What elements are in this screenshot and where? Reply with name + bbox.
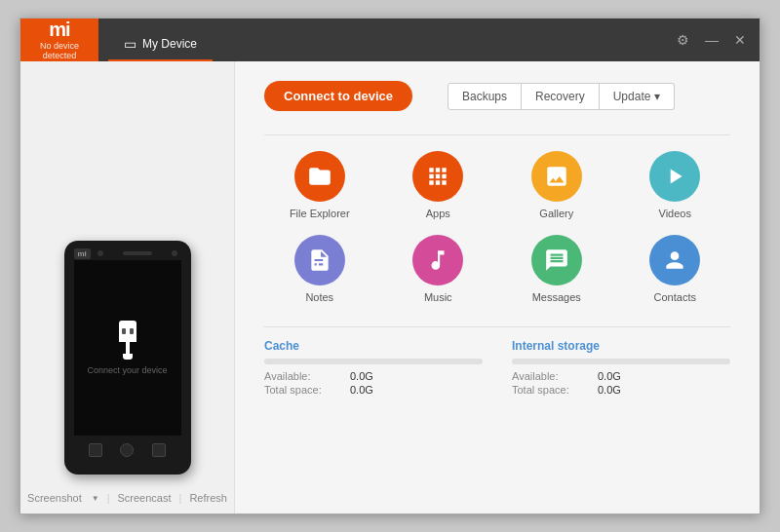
backups-button[interactable]: Backups	[448, 83, 522, 110]
phone-body: mi	[64, 241, 191, 475]
app-item-contacts[interactable]: Contacts	[620, 235, 731, 303]
device-status: No device detected	[24, 41, 95, 60]
phone-screen: Connect your device	[74, 260, 181, 436]
tab-my-device[interactable]: ▭ My Device	[108, 28, 213, 61]
app-grid: File Explorer Apps Gallery	[264, 151, 730, 303]
screenshot-button[interactable]: Screenshot	[27, 492, 82, 504]
app-item-music[interactable]: Music	[383, 235, 494, 303]
brand-logo: mi No device detected	[20, 19, 98, 61]
main-window: mi No device detected ▭ My Device ⚙ — ✕ …	[20, 18, 760, 514]
phone-connect-text: Connect your device	[87, 365, 167, 375]
file-explorer-label: File Explorer	[290, 208, 350, 219]
cache-available-value: 0.0G	[350, 370, 373, 382]
internal-available-row: Available: 0.0G	[512, 370, 730, 382]
bottom-toolbar: Screenshot ▼ | Screencast | Refresh	[27, 492, 227, 504]
phone-camera2	[172, 250, 177, 256]
divider-top	[264, 134, 730, 135]
internal-storage: Internal storage Available: 0.0G Total s…	[512, 339, 730, 396]
phone-back-btn	[89, 443, 102, 457]
titlebar: mi No device detected ▭ My Device ⚙ — ✕	[20, 19, 760, 61]
update-button[interactable]: Update ▾	[600, 83, 676, 110]
window-controls: ⚙ — ✕	[663, 19, 760, 61]
phone-bottom-buttons	[64, 436, 191, 465]
phone-home-btn	[120, 443, 134, 457]
music-label: Music	[424, 291, 452, 303]
internal-available-value: 0.0G	[598, 370, 621, 382]
cache-total-label: Total space:	[264, 384, 342, 396]
connect-to-device-button[interactable]: Connect to device	[264, 81, 412, 111]
titlebar-tabs: ▭ My Device	[98, 19, 663, 61]
cache-total-row: Total space: 0.0G	[264, 384, 483, 396]
close-button[interactable]: ✕	[730, 30, 750, 50]
app-item-apps[interactable]: Apps	[383, 151, 494, 219]
app-item-messages[interactable]: Messages	[501, 235, 612, 303]
contacts-icon	[649, 235, 700, 285]
videos-icon	[649, 151, 700, 202]
usb-connector	[123, 354, 133, 360]
notes-label: Notes	[305, 291, 333, 303]
messages-label: Messages	[532, 291, 581, 303]
cache-title: Cache	[264, 339, 483, 353]
device-icon: ▭	[124, 36, 136, 52]
mi-logo: mi	[49, 19, 69, 39]
app-item-file-explorer[interactable]: File Explorer	[264, 151, 375, 219]
usb-plug	[119, 321, 136, 342]
internal-available-label: Available:	[512, 370, 590, 382]
phone-menu-btn	[152, 443, 166, 457]
videos-label: Videos	[659, 208, 691, 219]
phone-camera	[98, 250, 103, 256]
phone-speaker	[123, 251, 152, 255]
internal-bar	[512, 359, 730, 364]
usb-prongs	[122, 328, 134, 334]
apps-icon	[412, 151, 463, 202]
app-item-gallery[interactable]: Gallery	[501, 151, 612, 219]
cache-info: Available: 0.0G Total space: 0.0G	[264, 370, 483, 396]
separator1: |	[107, 492, 110, 504]
notes-icon	[294, 235, 345, 285]
cache-storage: Cache Available: 0.0G Total space: 0.0G	[264, 339, 483, 396]
screencast-button[interactable]: Screencast	[118, 492, 172, 504]
gallery-label: Gallery	[539, 208, 573, 219]
usb-prong-left	[122, 328, 126, 334]
messages-icon	[531, 235, 582, 285]
app-item-videos[interactable]: Videos	[620, 151, 731, 219]
right-top-bar: Connect to device Backups Recovery Updat…	[264, 81, 730, 111]
contacts-label: Contacts	[654, 291, 696, 303]
apps-label: Apps	[426, 208, 450, 219]
update-dropdown-icon: ▾	[654, 90, 660, 103]
main-content: mi	[20, 61, 760, 513]
refresh-button[interactable]: Refresh	[189, 492, 227, 504]
cache-available-label: Available:	[264, 370, 342, 382]
separator2: |	[179, 492, 182, 504]
gallery-icon	[531, 151, 582, 202]
settings-icon[interactable]: ⚙	[673, 30, 693, 50]
storage-section: Cache Available: 0.0G Total space: 0.0G	[264, 339, 730, 396]
usb-cable	[126, 342, 130, 354]
minimize-button[interactable]: —	[701, 30, 722, 50]
internal-total-row: Total space: 0.0G	[512, 384, 730, 396]
cache-available-row: Available: 0.0G	[264, 370, 483, 382]
phone-mi-logo: mi	[74, 248, 91, 259]
phone-mockup: mi	[64, 241, 191, 475]
left-panel: mi	[20, 61, 235, 513]
cache-bar	[264, 359, 483, 364]
usb-prong-right	[130, 328, 134, 334]
usb-icon	[113, 321, 142, 360]
recovery-button[interactable]: Recovery	[522, 83, 600, 110]
music-icon	[412, 235, 463, 285]
file-explorer-icon	[294, 151, 345, 202]
phone-top-bar: mi	[64, 241, 191, 260]
internal-info: Available: 0.0G Total space: 0.0G	[512, 370, 730, 396]
screenshot-dropdown-icon[interactable]: ▼	[92, 494, 99, 503]
right-panel: Connect to device Backups Recovery Updat…	[235, 61, 760, 513]
action-buttons: Backups Recovery Update ▾	[448, 83, 675, 110]
cache-total-value: 0.0G	[350, 384, 373, 396]
internal-total-label: Total space:	[512, 384, 590, 396]
app-item-notes[interactable]: Notes	[264, 235, 375, 303]
internal-total-value: 0.0G	[598, 384, 621, 396]
tab-my-device-label: My Device	[142, 37, 197, 51]
divider-bottom	[264, 326, 730, 327]
internal-title: Internal storage	[512, 339, 730, 353]
